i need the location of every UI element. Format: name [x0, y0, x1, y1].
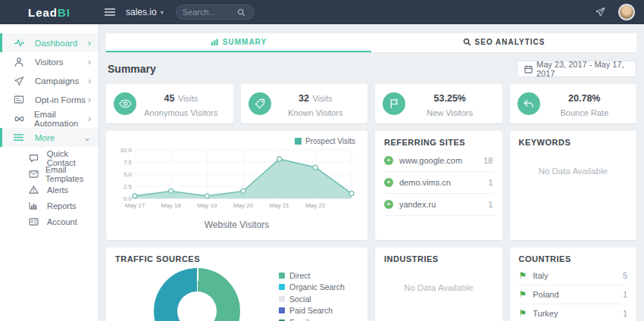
- sidebar-item-label: Campaigns: [35, 76, 79, 86]
- stats-row: 45 Visits Anonymous Visitors 32 Visits K…: [106, 84, 636, 123]
- sidebar-nav: Dashboard › Visitors › Campaigns › Opt-i…: [0, 24, 98, 321]
- panel-title: TRAFFIC SOURCES: [115, 254, 358, 263]
- country-name: Turkey: [533, 309, 558, 318]
- paper-plane-icon: [14, 76, 26, 86]
- traffic-sources-donut-chart: [154, 268, 240, 321]
- site-name[interactable]: demo.vims.cn: [399, 178, 451, 187]
- country-row: ⚑ Italy 5: [519, 266, 628, 285]
- menu-toggle-icon[interactable]: [105, 8, 115, 17]
- workspace-dropdown[interactable]: sales.io▾: [126, 7, 164, 17]
- svg-text:10.0: 10.0: [120, 147, 132, 154]
- sidebar-item-label: Email Automation: [34, 110, 88, 128]
- legend-item: Social: [279, 293, 358, 305]
- legend-label: Paid Search: [289, 306, 333, 315]
- chart-icon: [211, 39, 219, 46]
- sidebar-item-label: Alerts: [47, 185, 68, 195]
- legend-label: Social: [289, 295, 311, 304]
- sidebar-item-dashboard[interactable]: Dashboard ›: [0, 33, 98, 52]
- sidebar-item-label: Dashboard: [35, 39, 77, 48]
- form-icon: [14, 95, 26, 104]
- tab-bar: SUMMARY SEO ANALYTICS: [106, 33, 636, 53]
- flag-icon: ⚑: [519, 270, 527, 281]
- keywords-panel: KEYWORDS No Data Available: [510, 131, 637, 240]
- reply-arrow-icon: [517, 92, 540, 115]
- site-name[interactable]: www.google.com: [399, 156, 462, 165]
- stat-value: 45: [164, 93, 175, 104]
- svg-text:0.0: 0.0: [123, 195, 133, 202]
- chat-bubble-icon: [29, 154, 40, 163]
- legend-label: Direct: [289, 271, 310, 280]
- tab-summary[interactable]: SUMMARY: [106, 33, 371, 52]
- chevron-right-icon: ›: [88, 95, 91, 105]
- legend-swatch: [279, 296, 285, 302]
- tab-seo-analytics[interactable]: SEO ANALYTICS: [371, 33, 636, 52]
- top-navbar: LeadBI sales.io▾: [0, 0, 644, 24]
- svg-text:May 20: May 20: [233, 202, 254, 209]
- referring-sites-panel: REFERRING SITES + www.google.com 18 + de…: [375, 131, 502, 240]
- tag-icon: [249, 92, 271, 115]
- panel-title: KEYWORDS: [519, 138, 628, 147]
- id-card-icon: [29, 218, 40, 226]
- site-count: 1: [488, 178, 492, 187]
- svg-text:May 21: May 21: [270, 202, 290, 209]
- user-avatar[interactable]: [618, 4, 635, 20]
- envelope-icon: [29, 170, 39, 178]
- country-name: Italy: [533, 271, 548, 280]
- area-chart: 0.02.55.07.510.0May 17May 18May 19May 20…: [115, 145, 356, 215]
- stat-value: 53.25%: [434, 93, 466, 104]
- chevron-right-icon: ›: [88, 76, 91, 86]
- sidebar-item-email-automation[interactable]: Email Automation ›: [0, 109, 98, 128]
- traffic-sources-panel: TRAFFIC SOURCES DirectOrganic SearchSoci…: [106, 248, 367, 321]
- country-count: 1: [623, 309, 627, 318]
- sidebar-item-opt-in-forms[interactable]: Opt-in Forms ›: [0, 90, 98, 109]
- stat-card-known-visitors: 32 Visits Known Visitors: [241, 84, 368, 123]
- tab-label: SEO ANALYTICS: [475, 38, 546, 46]
- search-icon[interactable]: [237, 8, 245, 17]
- more-submenu: Quick Contact Email Templates Alerts Rep…: [0, 147, 98, 232]
- svg-text:May 19: May 19: [197, 202, 217, 209]
- chevron-right-icon: ›: [88, 114, 91, 124]
- warning-triangle-icon: [29, 185, 40, 194]
- referring-site-row[interactable]: + demo.vims.cn 1: [384, 172, 493, 194]
- sidebar-item-label: More: [35, 133, 55, 142]
- sidebar-item-quick-contact[interactable]: Quick Contact: [0, 150, 98, 166]
- main-content: SUMMARY SEO ANALYTICS Summary May 23, 20…: [98, 24, 644, 321]
- chevron-down-icon: ⌄: [83, 132, 91, 143]
- sidebar-item-campaigns[interactable]: Campaigns ›: [0, 71, 98, 90]
- sidebar-item-label: Account: [47, 217, 77, 226]
- sidebar-item-visitors[interactable]: Visitors ›: [0, 52, 98, 71]
- sidebar-item-reports[interactable]: Reports: [0, 198, 98, 213]
- referring-site-row[interactable]: + yandex.ru 1: [384, 194, 493, 216]
- legend-item: Email: [279, 316, 358, 321]
- country-row: ⚑ Turkey 1: [519, 304, 628, 321]
- date-range-picker[interactable]: May 23, 2017 - May 17, 2017: [517, 61, 636, 77]
- sidebar-item-label: Reports: [47, 201, 77, 210]
- flag-icon: [383, 92, 405, 115]
- no-data-message: No Data Available: [384, 283, 493, 292]
- infinity-icon: [14, 115, 25, 123]
- sidebar-item-alerts[interactable]: Alerts: [0, 182, 98, 198]
- stat-unit: Visits: [312, 94, 332, 103]
- svg-text:5.0: 5.0: [123, 171, 133, 178]
- flag-icon: ⚑: [519, 289, 527, 300]
- sidebar-item-account[interactable]: Account: [0, 213, 98, 229]
- activity-icon: [14, 38, 26, 48]
- countries-panel: COUNTRIES ⚑ Italy 5 ⚑ Poland 1 ⚑ Turkey: [510, 248, 637, 321]
- sidebar-item-email-templates[interactable]: Email Templates: [0, 166, 98, 182]
- legend-label: Email: [289, 318, 309, 321]
- chart-title: Website Visitors: [115, 220, 358, 230]
- referring-site-row[interactable]: + www.google.com 18: [384, 150, 493, 172]
- calendar-icon: [524, 65, 533, 73]
- sidebar-item-more[interactable]: More ⌄: [0, 128, 98, 147]
- sidebar-item-label: Visitors: [35, 58, 64, 67]
- legend-swatch: [279, 273, 285, 279]
- eye-icon: [114, 92, 136, 115]
- search-input[interactable]: [183, 8, 237, 17]
- send-icon[interactable]: [595, 7, 606, 17]
- site-name[interactable]: yandex.ru: [399, 200, 436, 209]
- stat-card-bounce-rate: 20.78% Bounce Rate: [510, 84, 637, 123]
- panel-title: INDUSTRIES: [384, 254, 493, 263]
- svg-text:May 18: May 18: [161, 202, 182, 209]
- legend-label: Prospect Visits: [305, 137, 355, 145]
- stat-value: 32: [299, 93, 309, 104]
